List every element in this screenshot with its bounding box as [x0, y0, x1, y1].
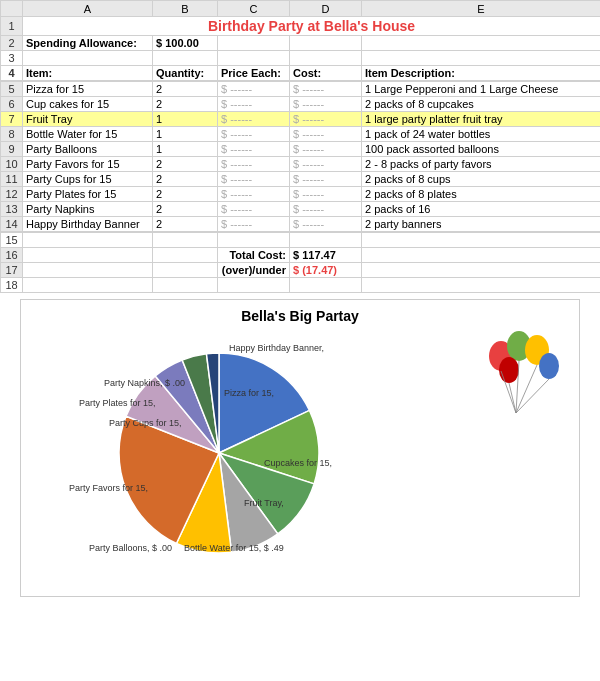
item-price: $ ------ — [218, 142, 290, 157]
svg-line-7 — [516, 365, 537, 413]
item-cost: $ ------ — [290, 82, 362, 97]
item-qty: 2 — [153, 202, 218, 217]
over-under-value: $ (17.47) — [290, 263, 362, 278]
cell-15b — [153, 233, 218, 248]
spending-value: $ 100.00 — [153, 36, 218, 51]
row-num-12: 12 — [1, 187, 23, 202]
item-desc: 1 Large Pepperoni and 1 Large Cheese — [362, 82, 601, 97]
col-header-c: C — [218, 1, 290, 17]
item-cost: $ ------ — [290, 112, 362, 127]
item-price: $ ------ — [218, 157, 290, 172]
pie-label-cups: Party Cups for 15, — [109, 418, 182, 428]
item-price: $ ------ — [218, 202, 290, 217]
row-num-6: 6 — [1, 97, 23, 112]
col-header-a: A — [23, 1, 153, 17]
col-qty-header: Quantity: — [153, 66, 218, 81]
row-num-3: 3 — [1, 51, 23, 66]
table-row: 5Pizza for 152$ ------$ ------1 Large Pe… — [1, 82, 601, 97]
item-name: Bottle Water for 15 — [23, 127, 153, 142]
pie-label-water: Bottle Water for 15, $ .49 — [184, 543, 284, 553]
cell-17b — [153, 263, 218, 278]
svg-point-4 — [499, 357, 519, 383]
cell-17a — [23, 263, 153, 278]
cell-3d — [290, 51, 362, 66]
item-qty: 2 — [153, 172, 218, 187]
item-qty: 2 — [153, 217, 218, 232]
cell-3a — [23, 51, 153, 66]
row-num-15: 15 — [1, 233, 23, 248]
svg-line-9 — [509, 383, 516, 413]
spreadsheet: A B C D E 1 Birthday Party at Bella's Ho… — [0, 0, 600, 81]
row-num-2: 2 — [1, 36, 23, 51]
item-cost: $ ------ — [290, 187, 362, 202]
pie-label-napkins: Party Napkins, $ .00 — [104, 378, 185, 388]
item-desc: 2 packs of 8 cupcakes — [362, 97, 601, 112]
item-name: Party Napkins — [23, 202, 153, 217]
over-under-label: (over)/under — [218, 263, 290, 278]
cell-16e — [362, 248, 601, 263]
pie-area: Happy Birthday Banner, Pizza for 15, Cup… — [29, 328, 571, 588]
cell-17e — [362, 263, 601, 278]
item-desc: 100 pack assorted balloons — [362, 142, 601, 157]
cell-18c — [218, 278, 290, 293]
item-price: $ ------ — [218, 82, 290, 97]
col-header-b: B — [153, 1, 218, 17]
row-num-8: 8 — [1, 127, 23, 142]
cell-2d — [290, 36, 362, 51]
table-row: 13Party Napkins2$ ------$ ------2 packs … — [1, 202, 601, 217]
cell-3c — [218, 51, 290, 66]
row-num-7: 7 — [1, 112, 23, 127]
item-qty: 1 — [153, 142, 218, 157]
row-num-4: 4 — [1, 66, 23, 81]
table-row: 11Party Cups for 152$ ------$ ------2 pa… — [1, 172, 601, 187]
item-cost: $ ------ — [290, 172, 362, 187]
item-price: $ ------ — [218, 127, 290, 142]
col-cost-header: Cost: — [290, 66, 362, 81]
item-qty: 1 — [153, 127, 218, 142]
table-row: 7Fruit Tray1$ ------$ ------1 large part… — [1, 112, 601, 127]
col-header-d: D — [290, 1, 362, 17]
item-desc: 1 large party platter fruit tray — [362, 112, 601, 127]
table-row: 10Party Favors for 152$ ------$ ------2 … — [1, 157, 601, 172]
pie-label-cupcakes: Cupcakes for 15, — [264, 458, 332, 468]
item-desc: 2 - 8 packs of party favors — [362, 157, 601, 172]
item-cost: $ ------ — [290, 127, 362, 142]
row-num-10: 10 — [1, 157, 23, 172]
item-cost: $ ------ — [290, 97, 362, 112]
item-price: $ ------ — [218, 187, 290, 202]
table-row: 6Cup cakes for 152$ ------$ ------2 pack… — [1, 97, 601, 112]
item-price: $ ------ — [218, 217, 290, 232]
row-num-1: 1 — [1, 17, 23, 36]
table-row: 12Party Plates for 152$ ------$ ------2 … — [1, 187, 601, 202]
row-num-5: 5 — [1, 82, 23, 97]
corner-cell — [1, 1, 23, 17]
total-cost-value: $ 117.47 — [290, 248, 362, 263]
item-name: Happy Birthday Banner — [23, 217, 153, 232]
item-qty: 2 — [153, 97, 218, 112]
item-desc: 2 packs of 8 plates — [362, 187, 601, 202]
item-name: Party Cups for 15 — [23, 172, 153, 187]
cell-15a — [23, 233, 153, 248]
cell-15d — [290, 233, 362, 248]
item-qty: 2 — [153, 187, 218, 202]
item-price: $ ------ — [218, 172, 290, 187]
pie-label-favors: Party Favors for 15, — [69, 483, 148, 493]
svg-point-3 — [539, 353, 559, 379]
cell-15e — [362, 233, 601, 248]
cell-18e — [362, 278, 601, 293]
spreadsheet-title: Birthday Party at Bella's House — [23, 17, 601, 36]
cell-15c — [218, 233, 290, 248]
item-desc: 2 packs of 16 — [362, 202, 601, 217]
balloons-decoration — [481, 328, 561, 435]
pie-label-plates: Party Plates for 15, — [79, 398, 156, 408]
col-desc-header: Item Description: — [362, 66, 601, 81]
cell-16a — [23, 248, 153, 263]
col-item-header: Item: — [23, 66, 153, 81]
pie-label-fruit: Fruit Tray, — [244, 498, 284, 508]
item-qty: 2 — [153, 82, 218, 97]
row-num-17: 17 — [1, 263, 23, 278]
table-row: 14Happy Birthday Banner2$ ------$ ------… — [1, 217, 601, 232]
item-price: $ ------ — [218, 112, 290, 127]
row-num-11: 11 — [1, 172, 23, 187]
row-num-13: 13 — [1, 202, 23, 217]
